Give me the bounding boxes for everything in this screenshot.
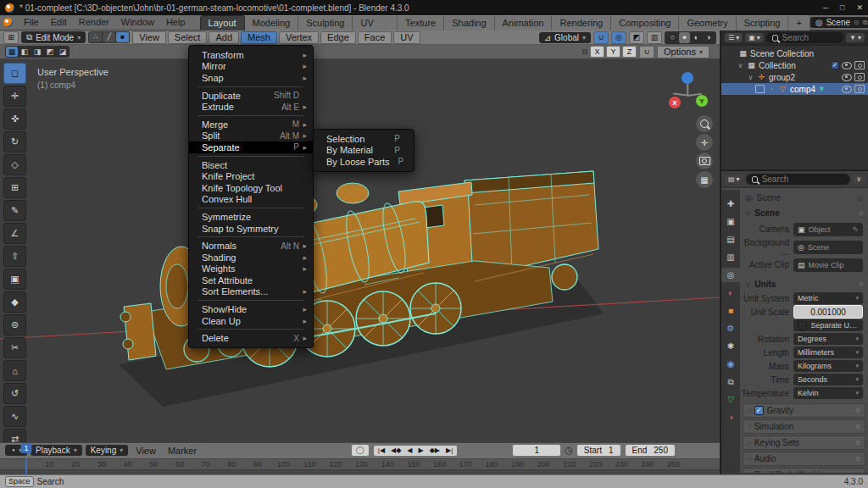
search-input[interactable] <box>762 175 846 184</box>
disable-in-renders-icon[interactable] <box>854 73 865 81</box>
mesh-menu-item[interactable]: Show/Hide ▸ <box>189 303 313 315</box>
collapsed-panel-header[interactable]: › ✓ Audio ≡ <box>743 452 865 466</box>
mesh-menu-item[interactable] <box>198 208 304 208</box>
mesh-menu-item[interactable]: Set Attribute <box>189 274 313 286</box>
keying-menu[interactable]: Keying▾ <box>86 445 129 456</box>
eyedropper-icon[interactable]: ✎ <box>852 225 859 234</box>
editor-type-button[interactable]: ▤▾ <box>725 175 743 184</box>
exclude-checkbox[interactable]: ✓ <box>831 61 839 69</box>
overlays-icon[interactable]: ◩ <box>629 31 644 44</box>
search-input[interactable] <box>782 33 838 42</box>
bevel-tool[interactable]: ◆ <box>3 291 26 313</box>
topbar-menu[interactable]: Window <box>115 15 160 30</box>
workspace-tab[interactable]: Texture Paint <box>398 15 444 30</box>
locomotive-model[interactable] <box>0 59 720 442</box>
expander-icon[interactable]: ∨ <box>737 62 744 69</box>
current-frame-indicator[interactable]: 1 <box>20 443 31 453</box>
object-data-tab[interactable]: ▽ <box>721 392 740 407</box>
scene-selector[interactable]: ◎ Scene ⊙ ⧉ <box>810 17 868 28</box>
viewport-menu[interactable]: Mesh <box>241 31 277 44</box>
zoom-button[interactable] <box>696 115 713 132</box>
output-tab[interactable]: ▤ <box>721 232 740 247</box>
scene-panel-header[interactable]: ∨ Scene ≡ <box>740 206 868 220</box>
tool-tab[interactable]: ✚ <box>721 197 740 211</box>
mode-selector[interactable]: ⧉ Edit Mode ▾ <box>21 31 86 43</box>
topbar-menu[interactable]: File <box>18 15 45 30</box>
mesh-menu-item[interactable]: Snap to Symmetry <box>189 223 313 235</box>
outliner-row[interactable]: ∨ ▦ Collection ▼ ✓ <box>721 59 868 71</box>
mesh-menu-item[interactable] <box>198 115 304 116</box>
mesh-menu-item[interactable]: Transform ▸ <box>189 49 313 61</box>
workspace-tab[interactable]: Modeling <box>245 15 299 30</box>
minimize-button[interactable]: ─ <box>823 3 828 12</box>
mesh-menu-item[interactable]: Extrude Alt E ▸ <box>189 101 313 113</box>
mesh-menu-item[interactable] <box>198 329 304 330</box>
outliner-search[interactable] <box>766 32 843 43</box>
select-subtract[interactable]: ◨ <box>31 47 43 57</box>
auto-keying-button[interactable]: ◯ <box>351 444 370 457</box>
select-intersect[interactable]: ◪ <box>57 47 69 57</box>
outliner-row[interactable]: ▦ Scene Collection ▼ ✓ <box>721 47 868 59</box>
workspace-tab[interactable]: Shading <box>444 15 494 30</box>
proportional-editing-icon[interactable]: ◎ <box>611 31 626 44</box>
workspace-tab[interactable]: Compositing <box>611 15 679 30</box>
transform-tool[interactable]: ⊞ <box>3 177 26 198</box>
mesh-menu-item[interactable]: Mirror ▸ <box>189 61 313 73</box>
editor-type-button[interactable]: ☰▾ <box>725 33 743 42</box>
mesh-menu-item[interactable] <box>198 156 304 157</box>
modifiers-tab[interactable]: ⚙ <box>721 321 740 336</box>
topbar-menu[interactable]: Help <box>160 15 192 30</box>
mesh-menu-item[interactable]: Weights ▸ <box>189 263 313 275</box>
camera-view-button[interactable] <box>696 152 713 169</box>
render-tab[interactable]: ▣ <box>721 214 740 229</box>
submenu-item[interactable]: Selection P <box>314 133 414 145</box>
property-widget[interactable]: 0.001000 ▾ <box>793 305 863 319</box>
marker-menu[interactable]: Marker <box>164 446 201 456</box>
edge-select-mode[interactable]: ╱ <box>103 32 115 42</box>
vertex-select-mode[interactable]: ∴ <box>89 32 102 42</box>
pan-button[interactable]: ✛ <box>696 134 713 151</box>
gizmo-z-axis[interactable] <box>682 72 693 84</box>
spin-tool[interactable]: ↺ <box>3 383 26 404</box>
physics-tab[interactable]: ◉ <box>721 357 740 371</box>
next-keyframe-button[interactable]: ◆▶ <box>427 446 442 456</box>
knife-tool[interactable]: ✂ <box>3 337 26 358</box>
collapsed-panel-header[interactable]: › ✓ Simulation ≡ <box>743 419 865 434</box>
mesh-menu-item[interactable] <box>198 236 304 237</box>
maximize-button[interactable]: □ <box>840 3 844 12</box>
play-button[interactable]: ▶ <box>416 446 426 456</box>
copy-icon[interactable]: ⧉ <box>863 19 868 27</box>
workspace-tab[interactable]: Sculpting <box>298 15 353 30</box>
rendered-shading[interactable]: ◑ <box>703 32 714 43</box>
axis-toggle[interactable]: Y <box>606 46 620 58</box>
rotate-tool[interactable]: ↻ <box>3 131 26 152</box>
viewport-menu[interactable]: Face <box>358 31 392 44</box>
object-tab[interactable]: ■ <box>721 303 740 318</box>
snap-settings-icon[interactable]: ∪ <box>639 46 654 58</box>
pin-icon[interactable]: ⊙ <box>856 194 863 202</box>
material-tab[interactable]: ◑ <box>721 410 740 424</box>
particles-tab[interactable]: ✱ <box>721 339 740 353</box>
gizmo-y-axis[interactable]: Y <box>696 95 708 107</box>
outliner-row[interactable]: ∨ ✛ group2 ▼ ✓ <box>721 71 868 83</box>
topbar-menu[interactable]: Render <box>73 15 115 30</box>
axis-toggle[interactable]: Z <box>622 46 637 58</box>
collapsed-panel-header[interactable]: › ✓ Rigid Body World ≡ <box>743 468 865 473</box>
mesh-menu-item[interactable]: Knife Topology Tool <box>189 182 313 194</box>
property-widget[interactable]: Degrees ▾ <box>793 333 863 345</box>
select-box-tool[interactable]: ◻ <box>3 63 26 84</box>
object-picker[interactable]: ▤ Movie Clip ✎ <box>793 258 863 272</box>
collapsed-panel-header[interactable]: › ✓ Gravity ≡ <box>743 403 865 418</box>
property-widget[interactable]: Kilograms ▾ <box>793 360 863 372</box>
cursor-tool[interactable]: ✛ <box>3 86 26 107</box>
navigation-gizmo[interactable]: X Y <box>667 75 708 115</box>
properties-search[interactable] <box>746 174 851 185</box>
constraints-tab[interactable]: ⧉ <box>721 374 740 389</box>
playhead-line[interactable] <box>25 458 27 475</box>
snap-magnet-icon[interactable]: ∪ <box>593 31 609 44</box>
property-widget[interactable]: Seconds ▾ <box>793 374 863 385</box>
hide-in-viewport-icon[interactable] <box>842 62 852 69</box>
viewport-menu[interactable]: Edge <box>320 31 356 44</box>
perspective-toggle-button[interactable]: ▦ <box>696 171 713 188</box>
filter-button[interactable]: ▼▾ <box>846 33 865 42</box>
